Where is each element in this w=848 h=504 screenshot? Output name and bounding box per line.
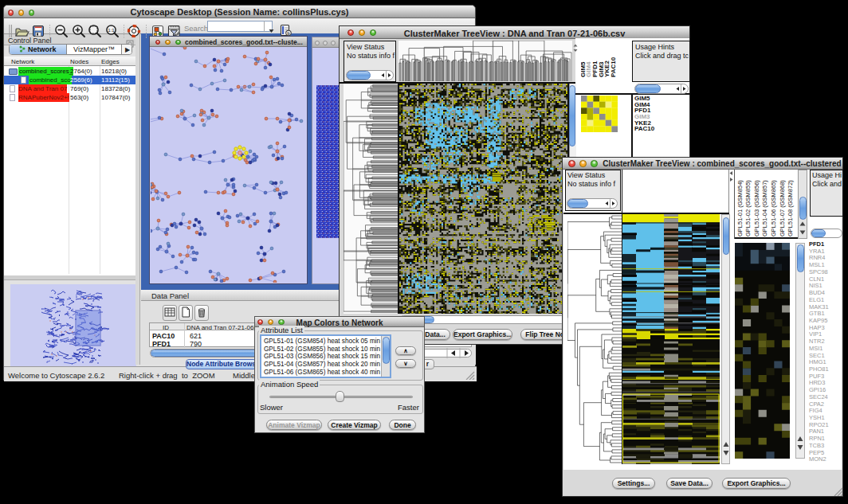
svg-text:BUD4: BUD4 bbox=[809, 289, 825, 296]
svg-text:SEC24: SEC24 bbox=[809, 393, 828, 400]
svg-text:PAN1: PAN1 bbox=[809, 428, 824, 435]
svg-text:VIP1: VIP1 bbox=[809, 330, 822, 338]
svg-text:GPL51-07 (GSM868): GPL51-07 (GSM868) bbox=[779, 180, 786, 236]
svg-text:CPA2: CPA2 bbox=[809, 400, 824, 408]
svg-text:PFD1: PFD1 bbox=[809, 240, 824, 248]
svg-text:GPI16: GPI16 bbox=[809, 386, 826, 393]
svg-text:GTB1: GTB1 bbox=[809, 310, 825, 317]
svg-text:SEC1: SEC1 bbox=[809, 352, 825, 359]
svg-text:KAP95: KAP95 bbox=[809, 317, 827, 324]
svg-text:HRD3: HRD3 bbox=[809, 379, 825, 386]
svg-text:MSI1: MSI1 bbox=[809, 345, 823, 352]
svg-text:MON2: MON2 bbox=[809, 455, 826, 463]
svg-text:GPL51-03 (GSM856): GPL51-03 (GSM856) bbox=[753, 180, 760, 236]
svg-text:TCB3: TCB3 bbox=[809, 442, 824, 449]
svg-text:PUF3: PUF3 bbox=[809, 373, 824, 380]
svg-text:PAC10: PAC10 bbox=[610, 57, 617, 77]
svg-text:SPC98: SPC98 bbox=[809, 268, 828, 275]
svg-text:GPL51-08 (GSM872): GPL51-08 (GSM872) bbox=[787, 180, 794, 236]
svg-text:b: b bbox=[287, 31, 289, 36]
svg-text:NTR2: NTR2 bbox=[809, 338, 825, 345]
svg-text:HMG1: HMG1 bbox=[809, 358, 826, 365]
svg-text:NIS1: NIS1 bbox=[809, 282, 822, 289]
svg-text:GPL51-04 (GSM857): GPL51-04 (GSM857) bbox=[761, 180, 768, 236]
svg-text:GPL51-01 (GSM854): GPL51-01 (GSM854) bbox=[736, 180, 744, 236]
svg-text:1:1: 1:1 bbox=[108, 28, 115, 33]
svg-text:PEP5: PEP5 bbox=[809, 449, 824, 456]
svg-text:YRA1: YRA1 bbox=[809, 248, 825, 255]
svg-text:MSL1: MSL1 bbox=[809, 261, 825, 268]
svg-text:CLN1: CLN1 bbox=[809, 275, 824, 283]
svg-text:GPL51-06 (GSM865): GPL51-06 (GSM865) bbox=[770, 180, 777, 236]
svg-text:HAP3: HAP3 bbox=[809, 324, 825, 331]
svg-text:MAK31: MAK31 bbox=[809, 303, 829, 311]
svg-text:PHO81: PHO81 bbox=[809, 365, 829, 373]
svg-text:ELG1: ELG1 bbox=[809, 296, 824, 303]
svg-text:RPN1: RPN1 bbox=[809, 435, 825, 442]
svg-text:FIG4: FIG4 bbox=[809, 407, 822, 414]
svg-text:RNR4: RNR4 bbox=[809, 254, 825, 261]
svg-text:YSH1: YSH1 bbox=[809, 414, 825, 421]
svg-text:GPL51-02 (GSM855): GPL51-02 (GSM855) bbox=[744, 180, 752, 236]
svg-text:RPO21: RPO21 bbox=[809, 421, 829, 428]
